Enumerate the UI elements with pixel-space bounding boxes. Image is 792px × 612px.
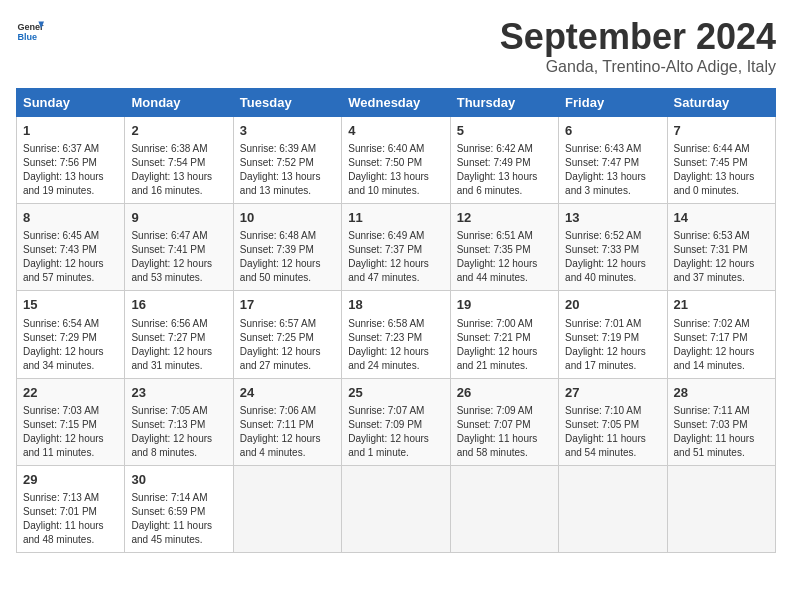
day-detail: Sunrise: 7:00 AM Sunset: 7:21 PM Dayligh…: [457, 317, 552, 373]
day-detail: Sunrise: 6:56 AM Sunset: 7:27 PM Dayligh…: [131, 317, 226, 373]
location: Ganda, Trentino-Alto Adige, Italy: [500, 58, 776, 76]
day-detail: Sunrise: 7:10 AM Sunset: 7:05 PM Dayligh…: [565, 404, 660, 460]
calendar-cell: 30Sunrise: 7:14 AM Sunset: 6:59 PM Dayli…: [125, 465, 233, 552]
calendar-cell: 26Sunrise: 7:09 AM Sunset: 7:07 PM Dayli…: [450, 378, 558, 465]
calendar-cell: 5Sunrise: 6:42 AM Sunset: 7:49 PM Daylig…: [450, 117, 558, 204]
day-number: 29: [23, 471, 118, 489]
day-detail: Sunrise: 6:40 AM Sunset: 7:50 PM Dayligh…: [348, 142, 443, 198]
weekday-header: Saturday: [667, 89, 775, 117]
calendar-cell: 22Sunrise: 7:03 AM Sunset: 7:15 PM Dayli…: [17, 378, 125, 465]
day-number: 28: [674, 384, 769, 402]
day-number: 6: [565, 122, 660, 140]
day-number: 22: [23, 384, 118, 402]
calendar-cell: 12Sunrise: 6:51 AM Sunset: 7:35 PM Dayli…: [450, 204, 558, 291]
calendar-week-row: 1Sunrise: 6:37 AM Sunset: 7:56 PM Daylig…: [17, 117, 776, 204]
day-number: 18: [348, 296, 443, 314]
month-title: September 2024: [500, 16, 776, 58]
calendar-cell: 20Sunrise: 7:01 AM Sunset: 7:19 PM Dayli…: [559, 291, 667, 378]
calendar-cell: [450, 465, 558, 552]
calendar-week-row: 8Sunrise: 6:45 AM Sunset: 7:43 PM Daylig…: [17, 204, 776, 291]
day-number: 7: [674, 122, 769, 140]
day-number: 5: [457, 122, 552, 140]
day-detail: Sunrise: 6:52 AM Sunset: 7:33 PM Dayligh…: [565, 229, 660, 285]
day-detail: Sunrise: 7:07 AM Sunset: 7:09 PM Dayligh…: [348, 404, 443, 460]
weekday-header: Tuesday: [233, 89, 341, 117]
calendar-cell: 13Sunrise: 6:52 AM Sunset: 7:33 PM Dayli…: [559, 204, 667, 291]
calendar-cell: [233, 465, 341, 552]
weekday-header: Wednesday: [342, 89, 450, 117]
day-detail: Sunrise: 7:13 AM Sunset: 7:01 PM Dayligh…: [23, 491, 118, 547]
day-detail: Sunrise: 6:49 AM Sunset: 7:37 PM Dayligh…: [348, 229, 443, 285]
day-detail: Sunrise: 7:05 AM Sunset: 7:13 PM Dayligh…: [131, 404, 226, 460]
day-detail: Sunrise: 6:58 AM Sunset: 7:23 PM Dayligh…: [348, 317, 443, 373]
day-detail: Sunrise: 6:51 AM Sunset: 7:35 PM Dayligh…: [457, 229, 552, 285]
day-number: 11: [348, 209, 443, 227]
calendar-table: SundayMondayTuesdayWednesdayThursdayFrid…: [16, 88, 776, 553]
day-detail: Sunrise: 6:37 AM Sunset: 7:56 PM Dayligh…: [23, 142, 118, 198]
logo-icon: General Blue: [16, 16, 44, 44]
calendar-cell: 6Sunrise: 6:43 AM Sunset: 7:47 PM Daylig…: [559, 117, 667, 204]
calendar-cell: 19Sunrise: 7:00 AM Sunset: 7:21 PM Dayli…: [450, 291, 558, 378]
day-number: 16: [131, 296, 226, 314]
day-number: 10: [240, 209, 335, 227]
calendar-cell: 18Sunrise: 6:58 AM Sunset: 7:23 PM Dayli…: [342, 291, 450, 378]
day-detail: Sunrise: 6:39 AM Sunset: 7:52 PM Dayligh…: [240, 142, 335, 198]
calendar-cell: 17Sunrise: 6:57 AM Sunset: 7:25 PM Dayli…: [233, 291, 341, 378]
day-detail: Sunrise: 6:48 AM Sunset: 7:39 PM Dayligh…: [240, 229, 335, 285]
day-detail: Sunrise: 7:06 AM Sunset: 7:11 PM Dayligh…: [240, 404, 335, 460]
calendar-cell: [667, 465, 775, 552]
day-detail: Sunrise: 6:57 AM Sunset: 7:25 PM Dayligh…: [240, 317, 335, 373]
day-number: 21: [674, 296, 769, 314]
calendar-cell: [559, 465, 667, 552]
day-number: 25: [348, 384, 443, 402]
day-detail: Sunrise: 7:14 AM Sunset: 6:59 PM Dayligh…: [131, 491, 226, 547]
day-number: 30: [131, 471, 226, 489]
day-number: 8: [23, 209, 118, 227]
day-number: 3: [240, 122, 335, 140]
day-detail: Sunrise: 7:09 AM Sunset: 7:07 PM Dayligh…: [457, 404, 552, 460]
day-number: 23: [131, 384, 226, 402]
day-detail: Sunrise: 6:43 AM Sunset: 7:47 PM Dayligh…: [565, 142, 660, 198]
day-detail: Sunrise: 7:01 AM Sunset: 7:19 PM Dayligh…: [565, 317, 660, 373]
weekday-header-row: SundayMondayTuesdayWednesdayThursdayFrid…: [17, 89, 776, 117]
calendar-cell: 11Sunrise: 6:49 AM Sunset: 7:37 PM Dayli…: [342, 204, 450, 291]
calendar-cell: 1Sunrise: 6:37 AM Sunset: 7:56 PM Daylig…: [17, 117, 125, 204]
calendar-cell: 29Sunrise: 7:13 AM Sunset: 7:01 PM Dayli…: [17, 465, 125, 552]
calendar-cell: 15Sunrise: 6:54 AM Sunset: 7:29 PM Dayli…: [17, 291, 125, 378]
page-header: General Blue September 2024 Ganda, Trent…: [16, 16, 776, 76]
calendar-cell: 9Sunrise: 6:47 AM Sunset: 7:41 PM Daylig…: [125, 204, 233, 291]
day-number: 24: [240, 384, 335, 402]
weekday-header: Monday: [125, 89, 233, 117]
calendar-cell: 3Sunrise: 6:39 AM Sunset: 7:52 PM Daylig…: [233, 117, 341, 204]
calendar-week-row: 22Sunrise: 7:03 AM Sunset: 7:15 PM Dayli…: [17, 378, 776, 465]
calendar-cell: 24Sunrise: 7:06 AM Sunset: 7:11 PM Dayli…: [233, 378, 341, 465]
calendar-cell: 21Sunrise: 7:02 AM Sunset: 7:17 PM Dayli…: [667, 291, 775, 378]
day-detail: Sunrise: 7:11 AM Sunset: 7:03 PM Dayligh…: [674, 404, 769, 460]
svg-text:Blue: Blue: [17, 32, 37, 42]
day-number: 27: [565, 384, 660, 402]
day-number: 9: [131, 209, 226, 227]
day-detail: Sunrise: 6:53 AM Sunset: 7:31 PM Dayligh…: [674, 229, 769, 285]
calendar-cell: 23Sunrise: 7:05 AM Sunset: 7:13 PM Dayli…: [125, 378, 233, 465]
day-detail: Sunrise: 7:03 AM Sunset: 7:15 PM Dayligh…: [23, 404, 118, 460]
day-number: 1: [23, 122, 118, 140]
weekday-header: Friday: [559, 89, 667, 117]
day-number: 17: [240, 296, 335, 314]
calendar-cell: 8Sunrise: 6:45 AM Sunset: 7:43 PM Daylig…: [17, 204, 125, 291]
day-detail: Sunrise: 6:47 AM Sunset: 7:41 PM Dayligh…: [131, 229, 226, 285]
weekday-header: Thursday: [450, 89, 558, 117]
calendar-cell: 4Sunrise: 6:40 AM Sunset: 7:50 PM Daylig…: [342, 117, 450, 204]
day-number: 12: [457, 209, 552, 227]
day-number: 15: [23, 296, 118, 314]
calendar-cell: 28Sunrise: 7:11 AM Sunset: 7:03 PM Dayli…: [667, 378, 775, 465]
weekday-header: Sunday: [17, 89, 125, 117]
day-number: 26: [457, 384, 552, 402]
day-number: 20: [565, 296, 660, 314]
calendar-cell: 7Sunrise: 6:44 AM Sunset: 7:45 PM Daylig…: [667, 117, 775, 204]
day-number: 14: [674, 209, 769, 227]
day-number: 13: [565, 209, 660, 227]
title-block: September 2024 Ganda, Trentino-Alto Adig…: [500, 16, 776, 76]
calendar-cell: [342, 465, 450, 552]
calendar-cell: 14Sunrise: 6:53 AM Sunset: 7:31 PM Dayli…: [667, 204, 775, 291]
day-detail: Sunrise: 7:02 AM Sunset: 7:17 PM Dayligh…: [674, 317, 769, 373]
